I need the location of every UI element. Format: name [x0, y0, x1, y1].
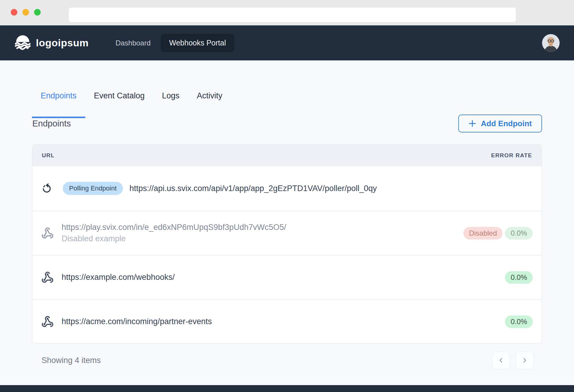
maximize-window-button[interactable]	[34, 9, 41, 16]
logo: logoipsum	[14, 35, 88, 51]
row-status-badges: Disabled 0.0%	[463, 227, 533, 240]
browser-chrome	[0, 0, 574, 25]
window-bottom-edge	[0, 385, 574, 392]
table-row-example-endpoint[interactable]: https://example.com/webhooks/ 0.0%	[32, 255, 542, 299]
pagination	[492, 352, 534, 369]
items-count-summary: Showing 4 items	[42, 356, 101, 365]
table-footer: Showing 4 items	[32, 351, 542, 369]
polling-rotate-icon	[41, 183, 52, 194]
window-controls	[11, 9, 41, 16]
endpoint-url: https://example.com/webhooks/	[62, 273, 175, 282]
chevron-left-icon	[498, 357, 504, 364]
table-row-polling-endpoint[interactable]: Polling Endpoint https://api.us.svix.com…	[32, 166, 542, 211]
plus-icon	[468, 120, 476, 127]
previous-page-button[interactable]	[492, 352, 510, 369]
tab-endpoints[interactable]: Endpoints	[32, 90, 85, 118]
error-rate-badge: 0.0%	[505, 315, 533, 328]
disabled-status-badge: Disabled	[463, 227, 503, 240]
tab-logs[interactable]: Logs	[153, 90, 188, 118]
chevron-right-icon	[521, 357, 528, 364]
column-header-error-rate: ERROR RATE	[491, 152, 532, 159]
endpoint-url: https://play.svix.com/in/e_ed6xNP6mUpqS9…	[62, 223, 286, 232]
user-avatar[interactable]	[542, 34, 560, 52]
nav-item-webhooks-portal[interactable]: Webhooks Portal	[161, 34, 234, 52]
logo-text: logoipsum	[36, 37, 88, 49]
endpoint-url: https://api.us.svix.com/api/v1/app/app_2…	[129, 184, 377, 193]
page-title: Endpoints	[32, 119, 71, 129]
close-window-button[interactable]	[11, 9, 17, 16]
add-endpoint-label: Add Endpoint	[481, 119, 532, 128]
webhook-icon	[41, 271, 54, 284]
error-rate-badge: 0.0%	[505, 271, 533, 284]
tab-event-catalog[interactable]: Event Catalog	[85, 90, 153, 118]
row-status-badges: 0.0%	[505, 315, 533, 328]
error-rate-badge: 0.0%	[505, 227, 533, 240]
main-content: Endpoints Event Catalog Logs Activity En…	[0, 60, 574, 385]
endpoints-table: URL ERROR RATE Polling Endpoint https://…	[32, 144, 542, 344]
address-bar-input[interactable]	[68, 7, 516, 22]
polling-endpoint-badge: Polling Endpoint	[63, 182, 123, 195]
next-page-button[interactable]	[516, 352, 534, 369]
endpoint-description: Disabled example	[62, 234, 286, 243]
tab-activity[interactable]: Activity	[188, 90, 231, 118]
table-row-disabled-endpoint[interactable]: https://play.svix.com/in/e_ed6xNP6mUpqS9…	[32, 211, 542, 255]
nav-item-dashboard[interactable]: Dashboard	[106, 34, 159, 52]
webhook-icon	[41, 315, 54, 328]
main-nav: Dashboard Webhooks Portal	[106, 34, 234, 52]
app-header: logoipsum Dashboard Webhooks Portal	[0, 25, 574, 60]
add-endpoint-button[interactable]: Add Endpoint	[458, 115, 542, 132]
portal-tabs: Endpoints Event Catalog Logs Activity	[32, 60, 542, 118]
avatar-photo	[542, 34, 560, 52]
logoipsum-wave-icon	[14, 35, 31, 51]
minimize-window-button[interactable]	[22, 9, 29, 16]
webhook-icon	[41, 227, 54, 240]
table-header: URL ERROR RATE	[32, 144, 542, 166]
column-header-url: URL	[42, 152, 55, 159]
table-row-acme-endpoint[interactable]: https://acme.com/incoming/partner-events…	[32, 299, 542, 343]
endpoint-url: https://acme.com/incoming/partner-events	[62, 317, 212, 326]
endpoint-url-block: https://play.svix.com/in/e_ed6xNP6mUpqS9…	[62, 223, 286, 243]
row-status-badges: 0.0%	[505, 271, 533, 284]
